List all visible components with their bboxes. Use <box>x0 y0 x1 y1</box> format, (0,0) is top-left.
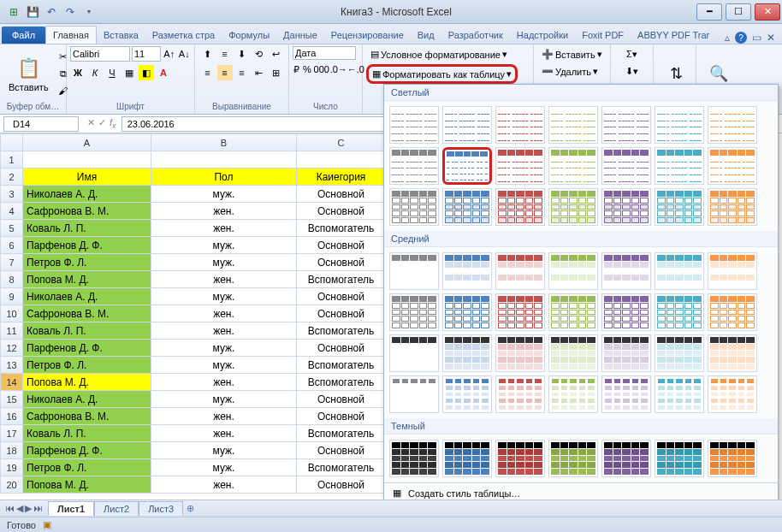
table-style-swatch[interactable] <box>389 106 439 144</box>
table-style-swatch[interactable] <box>708 334 757 372</box>
sheet-tab-1[interactable]: Лист2 <box>94 501 139 516</box>
table-style-swatch[interactable] <box>442 147 492 185</box>
align-top-icon[interactable]: ⬆ <box>200 46 216 62</box>
table-style-swatch[interactable] <box>655 188 704 226</box>
table-style-swatch[interactable] <box>495 375 545 413</box>
cell[interactable]: муж. <box>151 459 297 476</box>
undo-icon[interactable]: ↶ <box>43 3 60 21</box>
cell[interactable]: жен. <box>151 203 297 220</box>
row-header-2[interactable]: 2 <box>1 168 23 186</box>
last-sheet-icon[interactable]: ⏭ <box>33 503 43 514</box>
sheet-tab-2[interactable]: Лист3 <box>139 501 183 516</box>
cell[interactable]: Вспомогатель <box>297 459 386 476</box>
table-style-swatch[interactable] <box>442 375 492 413</box>
align-right-icon[interactable]: ≡ <box>234 65 250 80</box>
ribbon-tab-7[interactable]: Разработчик <box>441 27 510 44</box>
cell[interactable]: Вспомогатель <box>297 220 386 237</box>
prev-sheet-icon[interactable]: ◀ <box>16 503 23 514</box>
new-sheet-icon[interactable]: ⊕ <box>187 503 194 514</box>
table-style-swatch[interactable] <box>495 440 545 477</box>
cell[interactable]: муж. <box>151 357 297 374</box>
table-style-swatch[interactable] <box>389 334 439 372</box>
row-header-5[interactable]: 5 <box>1 220 23 237</box>
row-header-10[interactable]: 10 <box>1 305 23 322</box>
ribbon-tab-9[interactable]: Foxit PDF <box>575 27 631 44</box>
table-style-swatch[interactable] <box>495 334 545 372</box>
fill-color-icon[interactable]: ◧ <box>139 65 154 80</box>
table-style-swatch[interactable] <box>548 375 598 413</box>
ribbon-tab-8[interactable]: Надстройки <box>510 27 575 44</box>
table-style-swatch[interactable] <box>601 440 651 477</box>
table-style-swatch[interactable] <box>495 106 545 144</box>
italic-icon[interactable]: К <box>87 65 103 80</box>
row-header-18[interactable]: 18 <box>1 442 23 459</box>
macro-record-icon[interactable]: ▣ <box>43 519 51 530</box>
cell[interactable]: Сафронова В. М. <box>23 408 151 425</box>
cell[interactable]: Основной <box>297 442 386 459</box>
cell[interactable]: жен. <box>151 476 297 494</box>
cell[interactable]: жен. <box>151 220 297 237</box>
cell[interactable]: Попова М. Д. <box>23 271 151 288</box>
table-style-swatch[interactable] <box>655 106 704 144</box>
bold-icon[interactable]: Ж <box>70 65 86 80</box>
cell[interactable]: Коваль Л. П. <box>23 220 151 237</box>
cell[interactable]: жен. <box>151 305 297 322</box>
dec-decimal-icon[interactable]: ←.0 <box>348 62 364 77</box>
table-style-swatch[interactable] <box>708 440 757 477</box>
cell[interactable]: Петров Ф. Л. <box>23 254 151 271</box>
qat-dropdown-icon[interactable]: ▾ <box>80 3 98 21</box>
ribbon-tab-10[interactable]: ABBYY PDF Trar <box>631 27 716 44</box>
table-style-swatch[interactable] <box>601 106 651 144</box>
shrink-font-icon[interactable]: A↓ <box>178 46 192 62</box>
header-cell[interactable]: Каиегория <box>297 168 386 186</box>
orientation-icon[interactable]: ⟲ <box>252 46 267 62</box>
cell[interactable]: жен. <box>151 271 297 288</box>
cell[interactable]: жен. <box>151 322 297 340</box>
table-style-swatch[interactable] <box>708 188 757 226</box>
cell[interactable]: муж. <box>151 254 297 271</box>
table-style-swatch[interactable] <box>442 293 492 331</box>
next-sheet-icon[interactable]: ▶ <box>25 503 32 514</box>
cell[interactable]: Коваль Л. П. <box>23 425 151 442</box>
table-style-swatch[interactable] <box>708 147 757 185</box>
cancel-formula-icon[interactable]: ✕ <box>87 117 95 130</box>
delete-cells-button[interactable]: ➖Удалить▾ <box>537 63 602 80</box>
table-style-swatch[interactable] <box>655 440 704 477</box>
cell[interactable]: муж. <box>151 442 297 459</box>
table-style-swatch[interactable] <box>655 334 704 372</box>
row-header-20[interactable]: 20 <box>1 476 23 494</box>
font-name-select[interactable] <box>70 46 130 62</box>
row-header-7[interactable]: 7 <box>1 254 23 271</box>
cell[interactable]: Основной <box>297 203 386 220</box>
table-style-swatch[interactable] <box>548 252 598 290</box>
cell[interactable]: жен. <box>151 425 297 442</box>
table-style-swatch[interactable] <box>601 188 651 226</box>
cell[interactable]: муж. <box>151 237 297 254</box>
table-style-swatch[interactable] <box>389 440 439 477</box>
row-header-19[interactable]: 19 <box>1 459 23 476</box>
align-left-icon[interactable]: ≡ <box>200 65 216 80</box>
comma-icon[interactable]: 000 <box>314 62 329 77</box>
fx-icon[interactable]: fx <box>110 117 116 130</box>
row-header-4[interactable]: 4 <box>1 203 23 220</box>
cell[interactable]: Николаев А. Д. <box>23 288 151 305</box>
save-icon[interactable]: 💾 <box>24 3 41 21</box>
align-bot-icon[interactable]: ⬇ <box>234 46 250 62</box>
cell[interactable]: муж. <box>151 340 297 357</box>
select-all[interactable] <box>1 134 23 151</box>
cell[interactable]: муж. <box>151 186 297 203</box>
row-header-9[interactable]: 9 <box>1 288 23 305</box>
cell[interactable]: Петров Ф. Л. <box>23 459 151 476</box>
format-as-table-button[interactable]: ▦ Форматировать как таблицу▾ <box>366 64 518 84</box>
cell[interactable]: Вспомогатель <box>297 322 386 340</box>
cell[interactable]: жен. <box>151 374 297 391</box>
cell[interactable]: муж. <box>151 288 297 305</box>
cell[interactable]: Основной <box>297 288 386 305</box>
indent-dec-icon[interactable]: ⇤ <box>252 65 267 80</box>
table-style-swatch[interactable] <box>655 293 704 331</box>
cell[interactable]: Парфенов Д. Ф. <box>23 340 151 357</box>
excel-icon[interactable]: ⊞ <box>5 3 22 21</box>
redo-icon[interactable]: ↷ <box>62 3 79 21</box>
cell[interactable]: жен. <box>151 408 297 425</box>
table-style-swatch[interactable] <box>389 147 439 185</box>
